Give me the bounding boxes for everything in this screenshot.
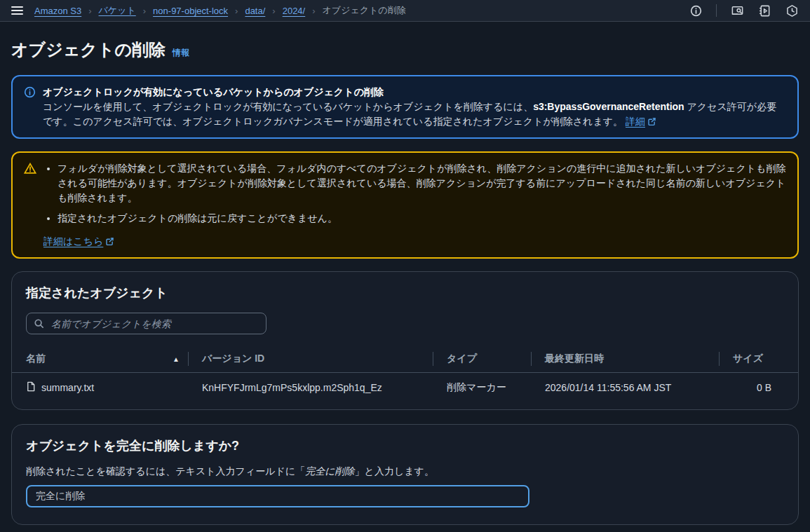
sort-ascending-icon[interactable]: ▲ xyxy=(173,355,180,363)
hexagon-clock-icon[interactable] xyxy=(785,4,799,18)
warning-triangle-icon xyxy=(24,161,36,249)
column-header-name[interactable]: 名前 ▲ xyxy=(12,347,188,372)
delete-warning-alert: フォルダが削除対象として選択されている場合、フォルダ内のすべてのオブジェクトが削… xyxy=(11,151,799,259)
table-header-row: 名前 ▲ バージョン ID タイプ 最終更新日時 サイズ xyxy=(12,347,798,373)
objects-table: 名前 ▲ バージョン ID タイプ 最終更新日時 サイズ summary.txt… xyxy=(12,347,798,402)
topbar-actions xyxy=(690,4,799,18)
external-link-icon xyxy=(103,236,114,247)
page-title: オブジェクトの削除 xyxy=(11,39,166,61)
info-link[interactable]: 情報 xyxy=(173,47,189,59)
breadcrumb-2024-folder[interactable]: 2024/ xyxy=(283,6,306,16)
column-header-size[interactable]: サイズ xyxy=(719,347,798,372)
page-header: オブジェクトの削除 情報 xyxy=(11,39,799,61)
object-name: summary.txt xyxy=(41,382,94,393)
warning-bullet: 指定されたオブジェクトの削除は元に戻すことができません。 xyxy=(58,211,786,226)
notebook-arrow-icon[interactable] xyxy=(758,4,771,18)
object-lock-info-alert: オブジェクトロックが有効になっているバケットからのオブジェクトの削除 コンソール… xyxy=(11,75,799,139)
cell-last-modified: 2026/01/14 11:55:56 AM JST xyxy=(531,374,719,402)
chevron-right-icon: › xyxy=(88,6,91,16)
chevron-right-icon: › xyxy=(312,6,315,16)
warning-bullet-list: フォルダが削除対象として選択されている場合、フォルダ内のすべてのオブジェクトが削… xyxy=(43,161,786,226)
info-alert-body: コンソールを使用して、オブジェクトロックが有効になっているバケットからオブジェク… xyxy=(43,100,786,129)
column-header-type[interactable]: タイプ xyxy=(433,347,531,372)
breadcrumb: Amazon S3 › バケット › non-97-object-lock › … xyxy=(34,4,406,17)
chevron-right-icon: › xyxy=(235,6,238,16)
permission-name: s3:BypassGovernanceRetention xyxy=(533,101,684,112)
cell-size: 0 B xyxy=(719,374,798,402)
details-link[interactable]: 詳細 xyxy=(626,116,645,127)
breadcrumb-bucket-name[interactable]: non-97-object-lock xyxy=(153,6,228,16)
confirm-delete-input[interactable] xyxy=(26,485,529,507)
info-alert-title: オブジェクトロックが有効になっているバケットからのオブジェクトの削除 xyxy=(43,85,786,100)
breadcrumb-buckets[interactable]: バケット xyxy=(99,4,136,17)
menu-icon[interactable] xyxy=(11,6,23,15)
main-content: オブジェクトの削除 情報 オブジェクトロックが有効になっているバケットからのオブ… xyxy=(0,22,810,532)
column-header-version-id[interactable]: バージョン ID xyxy=(188,347,433,372)
confirm-delete-panel: オブジェクトを完全に削除しますか? 削除されたことを確認するには、テキスト入力フ… xyxy=(11,424,799,525)
column-label: 名前 xyxy=(26,353,46,365)
file-icon xyxy=(26,381,36,394)
instruction-text: 削除されたことを確認するには、テキスト入力フィールドに「 xyxy=(26,465,305,477)
breadcrumb-data-folder[interactable]: data/ xyxy=(245,6,265,16)
screen-inspect-icon[interactable] xyxy=(731,4,744,18)
external-link-icon xyxy=(645,116,656,127)
info-circle-icon xyxy=(24,85,36,129)
specified-objects-panel: 指定されたオブジェクト 名前 ▲ バージョン ID タイプ 最終更新日時 サイズ… xyxy=(11,271,799,410)
divider xyxy=(716,4,717,17)
instruction-keyword: 完全に削除 xyxy=(305,465,354,477)
cell-version-id: KnHFYFJrmLg7mPs5kxlpp.m2Sph1q_Ez xyxy=(188,374,433,402)
table-row: summary.txt KnHFYFJrmLg7mPs5kxlpp.m2Sph1… xyxy=(12,373,798,402)
search-input[interactable] xyxy=(50,318,259,330)
top-navigation-bar: Amazon S3 › バケット › non-97-object-lock › … xyxy=(0,0,810,22)
breadcrumb-amazon-s3[interactable]: Amazon S3 xyxy=(34,6,81,16)
object-search-box[interactable] xyxy=(26,313,266,334)
info-alert-text: コンソールを使用して、オブジェクトロックが有効になっているバケットからオブジェク… xyxy=(43,101,533,112)
specified-objects-title: 指定されたオブジェクト xyxy=(26,285,784,301)
learn-more-link[interactable]: 詳細はこちら xyxy=(43,236,103,247)
chevron-right-icon: › xyxy=(272,6,275,16)
search-icon xyxy=(34,318,44,329)
confirm-title: オブジェクトを完全に削除しますか? xyxy=(26,437,784,454)
breadcrumb-current-page: オブジェクトの削除 xyxy=(323,4,406,17)
warning-bullet: フォルダが削除対象として選択されている場合、フォルダ内のすべてのオブジェクトが削… xyxy=(58,161,786,205)
confirm-instruction: 削除されたことを確認するには、テキスト入力フィールドに「完全に削除」と入力します… xyxy=(26,465,784,478)
info-icon[interactable] xyxy=(690,5,702,17)
cell-name: summary.txt xyxy=(12,373,188,402)
cell-type: 削除マーカー xyxy=(433,373,531,402)
chevron-right-icon: › xyxy=(143,6,146,16)
column-header-last-modified[interactable]: 最終更新日時 xyxy=(531,347,719,372)
instruction-text: 」と入力します。 xyxy=(355,465,434,477)
